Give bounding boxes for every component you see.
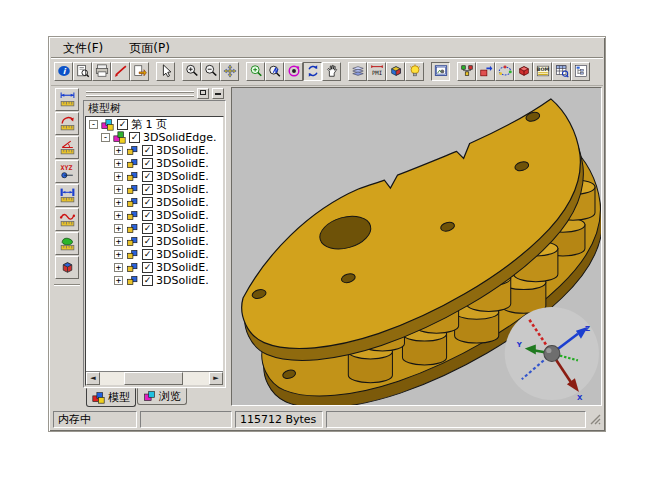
collapse-icon[interactable]: - [101, 133, 110, 142]
layers-button[interactable] [348, 62, 367, 81]
expand-icon[interactable]: + [114, 146, 123, 155]
expand-icon[interactable]: + [114, 198, 123, 207]
assembly-tree-button[interactable] [457, 62, 476, 81]
checkbox-checked-icon[interactable]: ✓ [142, 210, 153, 221]
zoom-dynamic-button[interactable] [265, 62, 284, 81]
expand-icon[interactable]: + [114, 172, 123, 181]
tab-model[interactable]: 模型 [86, 388, 136, 407]
checkbox-checked-icon[interactable]: ✓ [142, 184, 153, 195]
pmi-button[interactable]: PMI [367, 62, 386, 81]
desktop: { "menu": { "items": [ {"label": "文件(F)"… [0, 0, 660, 477]
checkbox-checked-icon[interactable]: ✓ [142, 197, 153, 208]
checkbox-checked-icon[interactable]: ✓ [142, 158, 153, 169]
coord-xyz-icon: XYZ [59, 163, 76, 180]
tree-item-assembly[interactable]: - ✓ 3DSolidEdge. [86, 131, 223, 144]
expand-icon[interactable]: + [114, 224, 123, 233]
bom-button[interactable]: BOM [533, 62, 552, 81]
move-part-button[interactable] [476, 62, 495, 81]
checkbox-checked-icon[interactable]: ✓ [142, 145, 153, 156]
expand-icon[interactable]: + [114, 185, 123, 194]
dim-angle-button[interactable] [55, 136, 79, 159]
volume-measure-button[interactable] [55, 256, 79, 279]
menu-page[interactable]: 页面(P) [127, 39, 172, 58]
scroll-right-button[interactable]: ► [209, 372, 223, 385]
collapse-icon[interactable]: - [89, 120, 98, 129]
part-cube-button[interactable] [514, 62, 533, 81]
tree-item-part[interactable]: +✓3DSolidE. [86, 248, 223, 261]
checkbox-checked-icon[interactable]: ✓ [142, 249, 153, 260]
panel-header [83, 87, 226, 100]
tree-item-part[interactable]: +✓3DSolidE. [86, 274, 223, 287]
zoom-in-button[interactable] [182, 62, 201, 81]
zoom-dynamic-icon [268, 64, 282, 78]
resize-grip[interactable] [589, 413, 602, 426]
zoom-out-button[interactable] [201, 62, 220, 81]
panel-maximize-button[interactable] [197, 88, 209, 99]
scroll-left-button[interactable]: ◄ [86, 372, 100, 385]
rotate-orbit-button[interactable] [284, 62, 303, 81]
spin-button[interactable] [303, 62, 322, 81]
tree-item-part[interactable]: +✓3DSolidE. [86, 261, 223, 274]
checkbox-checked-icon[interactable]: ✓ [142, 171, 153, 182]
checkbox-checked-icon[interactable]: ✓ [129, 132, 140, 143]
tree-item-part[interactable]: +✓3DSolidE. [86, 209, 223, 222]
checkbox-checked-icon[interactable]: ✓ [142, 275, 153, 286]
checkbox-checked-icon[interactable]: ✓ [142, 236, 153, 247]
scroll-thumb[interactable] [124, 372, 183, 385]
table-view-button[interactable] [552, 62, 571, 81]
part-icon [126, 209, 139, 222]
part-icon [126, 235, 139, 248]
render-image-button[interactable] [431, 62, 450, 81]
zoom-window-button[interactable] [246, 62, 265, 81]
print-preview-button[interactable] [73, 62, 92, 81]
viewport-3d[interactable]: Z X Y [231, 87, 602, 406]
panel-hide-button[interactable] [212, 88, 224, 99]
redline-pen-button[interactable] [111, 62, 130, 81]
dim-angle-icon [59, 139, 76, 156]
light-bulb-button[interactable] [405, 62, 424, 81]
hand-pan-button[interactable] [322, 62, 341, 81]
tree-item-part[interactable]: +✓3DSolidE. [86, 144, 223, 157]
select-cursor-icon [159, 64, 173, 78]
scroll-track[interactable] [100, 372, 209, 385]
expand-icon[interactable]: + [114, 250, 123, 259]
pan-arrows-button[interactable] [220, 62, 239, 81]
print-button[interactable] [92, 62, 111, 81]
orbit-parts-button[interactable] [495, 62, 514, 81]
tree-item-page[interactable]: - ✓ 第 1 页 [86, 118, 223, 131]
y-axis-label: Y [516, 341, 523, 349]
dim-distance-button[interactable] [55, 184, 79, 207]
area-measure-button[interactable] [55, 232, 79, 255]
export-page-button[interactable] [130, 62, 149, 81]
nav-axes-widget[interactable]: Z X Y [505, 307, 599, 402]
view-cube-button[interactable] [386, 62, 405, 81]
part-icon [126, 196, 139, 209]
tree-item-part[interactable]: +✓3DSolidE. [86, 170, 223, 183]
tree-item-part[interactable]: +✓3DSolidE. [86, 235, 223, 248]
curve-length-button[interactable] [55, 208, 79, 231]
expand-icon[interactable]: + [114, 237, 123, 246]
expand-icon[interactable]: + [114, 263, 123, 272]
svg-text:XYZ: XYZ [60, 164, 72, 172]
info-button[interactable]: i [54, 62, 73, 81]
select-cursor-button[interactable] [156, 62, 175, 81]
tree-item-part[interactable]: +✓3DSolidE. [86, 157, 223, 170]
tree-item-part[interactable]: +✓3DSolidE. [86, 196, 223, 209]
menu-file[interactable]: 文件(F) [61, 39, 105, 58]
tab-browse[interactable]: 浏览 [137, 388, 187, 405]
coord-xyz-button[interactable]: XYZ [55, 160, 79, 183]
expand-icon[interactable]: + [114, 159, 123, 168]
checkbox-checked-icon[interactable]: ✓ [142, 223, 153, 234]
tree-item-part[interactable]: +✓3DSolidE. [86, 222, 223, 235]
expand-icon[interactable]: + [114, 276, 123, 285]
dim-radius-button[interactable] [55, 112, 79, 135]
tree-list-button[interactable] [571, 62, 590, 81]
panel-gripper[interactable] [86, 91, 194, 97]
dim-horizontal-button[interactable] [55, 88, 79, 111]
move-part-icon [479, 64, 493, 78]
expand-icon[interactable]: + [114, 211, 123, 220]
tree-item-part[interactable]: +✓3DSolidE. [86, 183, 223, 196]
checkbox-checked-icon[interactable]: ✓ [142, 262, 153, 273]
browse-tab-icon [143, 390, 156, 403]
checkbox-checked-icon[interactable]: ✓ [117, 119, 128, 130]
